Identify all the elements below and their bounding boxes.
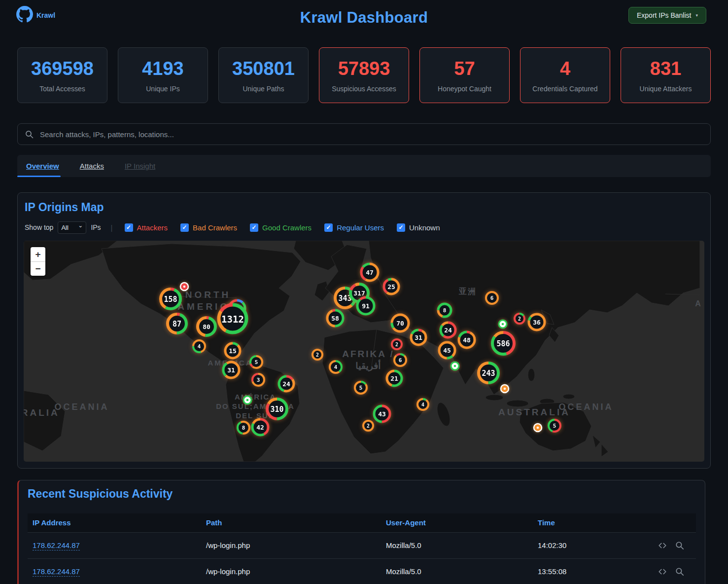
svg-text:24: 24	[282, 380, 290, 388]
search-bar	[17, 123, 711, 145]
svg-text:5: 5	[553, 423, 556, 429]
legend-checkbox[interactable]	[324, 223, 333, 232]
svg-text:4: 4	[198, 343, 201, 350]
svg-text:8: 8	[443, 307, 447, 314]
map-marker[interactable]: 6	[482, 288, 502, 310]
map-marker[interactable]: 2	[359, 417, 377, 437]
ip-address-link[interactable]: 178.62.244.87	[33, 567, 80, 577]
stat-label: Unique Attackers	[640, 85, 692, 93]
code-icon[interactable]	[658, 541, 667, 550]
export-banlist-label: Export IPs Banlist	[637, 11, 692, 19]
recent-suspicious-activity-section: Recent Suspicious Activity IP AddressPat…	[17, 480, 705, 584]
code-icon[interactable]	[658, 567, 667, 576]
stats-row: 369598Total Accesses4193Unique IPs350801…	[17, 47, 711, 103]
map-marker[interactable]: 87	[163, 310, 191, 339]
map-marker[interactable]: 31	[219, 358, 243, 384]
map-marker[interactable]: 243	[474, 359, 503, 389]
svg-text:2: 2	[518, 316, 521, 322]
legend-item-regular-users[interactable]: Regular Users	[324, 223, 384, 232]
svg-text:5: 5	[255, 359, 258, 365]
ip-address-link[interactable]: 178.62.244.87	[33, 541, 80, 550]
map-marker[interactable]: 45	[435, 338, 459, 365]
map-marker[interactable]: 91	[353, 293, 379, 321]
show-top-select-wrap: All	[58, 221, 86, 234]
path-cell: /wp-login.php	[201, 558, 381, 584]
stat-card-credentials-captured: 4Credentials Captured	[520, 47, 610, 103]
stat-value: 4	[560, 58, 570, 79]
map-marker[interactable]: 21	[383, 367, 406, 392]
legend-checkbox[interactable]	[250, 223, 258, 232]
svg-text:70: 70	[396, 320, 404, 327]
map-marker[interactable]: 42	[248, 415, 273, 441]
map-marker[interactable]: 25	[380, 275, 403, 300]
row-actions	[651, 567, 691, 576]
svg-text:31: 31	[227, 366, 235, 374]
svg-text:45: 45	[443, 347, 451, 354]
map-marker[interactable]: 4	[189, 336, 209, 358]
activity-section-title: Recent Suspicious Activity	[28, 487, 173, 501]
search-input[interactable]	[39, 130, 703, 139]
stat-label: Suspicious Accesses	[332, 85, 396, 93]
svg-text:31: 31	[415, 334, 422, 341]
stat-card-unique-ips: 4193Unique IPs	[118, 47, 208, 103]
tab-attacks[interactable]: Attacks	[80, 162, 104, 170]
column-header-ip-address: IP Address	[28, 513, 201, 532]
chevron-down-icon: ▾	[695, 13, 698, 18]
stat-card-total-accesses: 369598Total Accesses	[17, 47, 107, 103]
export-banlist-button[interactable]: Export IPs Banlist ▾	[628, 7, 706, 24]
svg-text:5: 5	[359, 385, 363, 391]
map-marker[interactable]: 5	[545, 416, 564, 438]
zoom-in-button[interactable]: +	[31, 247, 45, 261]
svg-text:36: 36	[533, 319, 541, 326]
map-marker[interactable]: 586	[488, 328, 519, 361]
page-title: Krawl Dashboard	[0, 9, 728, 27]
search-icon[interactable]	[675, 567, 684, 576]
map-marker[interactable]: 24	[275, 372, 298, 398]
svg-text:21: 21	[390, 375, 398, 382]
legend-item-good-crawlers[interactable]: Good Crawlers	[250, 223, 312, 232]
row-actions	[651, 541, 691, 550]
svg-text:6: 6	[490, 295, 494, 301]
map-dot-marker-green[interactable]	[242, 394, 253, 408]
map-marker[interactable]: 5	[351, 378, 371, 400]
map-controls: Show top All IPs | AttackersBad Crawlers…	[25, 220, 440, 234]
svg-text:1312: 1312	[221, 314, 244, 325]
map-marker[interactable]: 58	[323, 306, 347, 332]
map-marker[interactable]: 4	[326, 357, 346, 379]
tab-overview[interactable]: Overview	[26, 162, 59, 170]
column-header-actions	[646, 513, 696, 532]
map-marker[interactable]: 3	[248, 370, 268, 392]
map-marker[interactable]: 2	[309, 346, 326, 365]
map-canvas[interactable]: + − NORTH AMERICAAMERICAAFRIKA / أفريقيا…	[24, 241, 704, 462]
legend-label: Attackers	[137, 223, 168, 232]
stat-card-suspicious-accesses: 57893Suspicious Accesses	[319, 47, 409, 103]
svg-text:6: 6	[399, 357, 402, 364]
show-top-select[interactable]: All	[58, 221, 86, 234]
legend-checkbox[interactable]	[397, 223, 405, 232]
svg-text:586: 586	[496, 339, 510, 348]
svg-text:243: 243	[482, 369, 495, 378]
search-icon[interactable]	[675, 541, 684, 550]
map-dot-marker-orange[interactable]	[532, 422, 544, 436]
map-section-title: IP Origins Map	[25, 201, 104, 214]
legend-item-unknown[interactable]: Unknown	[397, 223, 440, 232]
legend-label: Good Crawlers	[262, 223, 312, 232]
ip-origins-map-section: IP Origins Map Show top All IPs | Attack…	[17, 192, 711, 469]
legend-checkbox[interactable]	[180, 223, 189, 232]
svg-text:87: 87	[173, 320, 181, 328]
stat-card-unique-paths: 350801Unique Paths	[218, 47, 309, 103]
map-marker[interactable]: 31	[407, 326, 430, 351]
svg-text:24: 24	[444, 327, 452, 334]
map-marker[interactable]: 4	[414, 395, 432, 416]
legend-item-attackers[interactable]: Attackers	[125, 223, 168, 232]
legend-checkbox[interactable]	[125, 223, 133, 232]
svg-text:58: 58	[331, 315, 339, 322]
tab-ip-insight[interactable]: IP Insight	[125, 162, 155, 170]
map-marker[interactable]: 1312	[214, 300, 251, 339]
map-marker[interactable]: 36	[525, 310, 549, 336]
zoom-out-button[interactable]: −	[31, 261, 45, 276]
activity-table: IP AddressPathUser-AgentTime 178.62.244.…	[28, 513, 696, 584]
user-agent-cell: Mozilla/5.0	[381, 558, 533, 584]
legend-item-bad-crawlers[interactable]: Bad Crawlers	[180, 223, 237, 232]
stat-value: 57	[454, 58, 475, 79]
